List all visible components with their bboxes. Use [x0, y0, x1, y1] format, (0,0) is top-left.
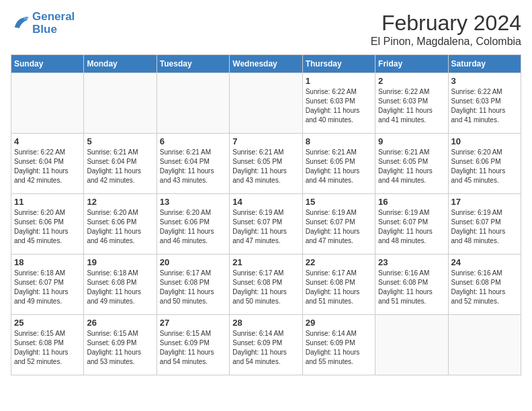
day-number: 17	[451, 197, 518, 207]
day-number: 28	[232, 318, 299, 328]
calendar-cell: 7Sunrise: 6:21 AM Sunset: 6:05 PM Daylig…	[230, 134, 302, 194]
day-detail: Sunrise: 6:18 AM Sunset: 6:08 PM Dayligh…	[87, 269, 153, 306]
day-number: 9	[378, 136, 445, 146]
day-detail: Sunrise: 6:22 AM Sunset: 6:04 PM Dayligh…	[14, 148, 81, 185]
day-number: 16	[378, 197, 445, 207]
calendar-cell: 8Sunrise: 6:21 AM Sunset: 6:05 PM Daylig…	[302, 134, 375, 194]
calendar-cell: 15Sunrise: 6:19 AM Sunset: 6:07 PM Dayli…	[302, 194, 375, 255]
day-detail: Sunrise: 6:21 AM Sunset: 6:05 PM Dayligh…	[232, 148, 299, 185]
day-detail: Sunrise: 6:21 AM Sunset: 6:04 PM Dayligh…	[160, 148, 226, 185]
day-detail: Sunrise: 6:19 AM Sunset: 6:07 PM Dayligh…	[378, 208, 445, 246]
calendar-cell	[11, 73, 84, 134]
calendar-cell: 17Sunrise: 6:19 AM Sunset: 6:07 PM Dayli…	[448, 194, 521, 255]
day-detail: Sunrise: 6:17 AM Sunset: 6:08 PM Dayligh…	[232, 269, 299, 306]
calendar-cell: 3Sunrise: 6:22 AM Sunset: 6:03 PM Daylig…	[448, 73, 521, 134]
calendar-cell: 21Sunrise: 6:17 AM Sunset: 6:08 PM Dayli…	[230, 255, 302, 315]
week-row-3: 11Sunrise: 6:20 AM Sunset: 6:06 PM Dayli…	[11, 194, 521, 255]
col-header-monday: Monday	[84, 55, 157, 73]
week-row-1: 1Sunrise: 6:22 AM Sunset: 6:03 PM Daylig…	[11, 73, 521, 134]
calendar-cell: 28Sunrise: 6:14 AM Sunset: 6:09 PM Dayli…	[230, 315, 302, 375]
calendar-cell: 29Sunrise: 6:14 AM Sunset: 6:09 PM Dayli…	[302, 315, 375, 375]
calendar-cell: 11Sunrise: 6:20 AM Sunset: 6:06 PM Dayli…	[11, 194, 84, 255]
day-detail: Sunrise: 6:14 AM Sunset: 6:09 PM Dayligh…	[306, 329, 372, 367]
calendar-cell	[375, 315, 448, 375]
calendar-subtitle: El Pinon, Magdalena, Colombia	[371, 36, 521, 48]
calendar-cell: 26Sunrise: 6:15 AM Sunset: 6:09 PM Dayli…	[84, 315, 157, 375]
day-detail: Sunrise: 6:15 AM Sunset: 6:09 PM Dayligh…	[160, 329, 226, 367]
calendar-cell: 14Sunrise: 6:19 AM Sunset: 6:07 PM Dayli…	[230, 194, 302, 255]
day-number: 29	[306, 318, 372, 328]
calendar-cell: 27Sunrise: 6:15 AM Sunset: 6:09 PM Dayli…	[157, 315, 229, 375]
day-detail: Sunrise: 6:20 AM Sunset: 6:06 PM Dayligh…	[14, 208, 81, 246]
day-number: 14	[232, 197, 299, 207]
calendar-cell: 22Sunrise: 6:17 AM Sunset: 6:08 PM Dayli…	[302, 255, 375, 315]
day-detail: Sunrise: 6:17 AM Sunset: 6:08 PM Dayligh…	[160, 269, 226, 306]
day-detail: Sunrise: 6:15 AM Sunset: 6:08 PM Dayligh…	[14, 329, 81, 367]
calendar-cell: 12Sunrise: 6:20 AM Sunset: 6:06 PM Dayli…	[84, 194, 157, 255]
day-number: 24	[451, 257, 518, 267]
calendar-cell	[448, 315, 521, 375]
calendar-cell: 19Sunrise: 6:18 AM Sunset: 6:08 PM Dayli…	[84, 255, 157, 315]
day-detail: Sunrise: 6:22 AM Sunset: 6:03 PM Dayligh…	[451, 87, 518, 125]
day-detail: Sunrise: 6:20 AM Sunset: 6:06 PM Dayligh…	[87, 208, 153, 246]
calendar-header-row: SundayMondayTuesdayWednesdayThursdayFrid…	[11, 55, 521, 73]
day-detail: Sunrise: 6:19 AM Sunset: 6:07 PM Dayligh…	[451, 208, 518, 246]
calendar-cell: 10Sunrise: 6:20 AM Sunset: 6:06 PM Dayli…	[448, 134, 521, 194]
calendar-cell: 24Sunrise: 6:16 AM Sunset: 6:08 PM Dayli…	[448, 255, 521, 315]
day-detail: Sunrise: 6:15 AM Sunset: 6:09 PM Dayligh…	[87, 329, 153, 367]
day-number: 22	[306, 257, 372, 267]
day-number: 7	[232, 136, 299, 146]
day-number: 18	[14, 257, 81, 267]
day-detail: Sunrise: 6:21 AM Sunset: 6:04 PM Dayligh…	[87, 148, 153, 185]
col-header-tuesday: Tuesday	[157, 55, 229, 73]
logo-bird-icon	[11, 14, 30, 33]
calendar-cell: 23Sunrise: 6:16 AM Sunset: 6:08 PM Dayli…	[375, 255, 448, 315]
title-area: February 2024 El Pinon, Magdalena, Colom…	[371, 11, 521, 48]
day-detail: Sunrise: 6:21 AM Sunset: 6:05 PM Dayligh…	[378, 148, 445, 185]
day-detail: Sunrise: 6:22 AM Sunset: 6:03 PM Dayligh…	[378, 87, 445, 125]
day-detail: Sunrise: 6:19 AM Sunset: 6:07 PM Dayligh…	[306, 208, 372, 246]
calendar-cell	[84, 73, 157, 134]
header: General Blue February 2024 El Pinon, Mag…	[11, 11, 521, 48]
day-number: 26	[87, 318, 153, 328]
calendar-table: SundayMondayTuesdayWednesdayThursdayFrid…	[11, 54, 521, 375]
col-header-friday: Friday	[375, 55, 448, 73]
calendar-cell	[230, 73, 302, 134]
calendar-cell: 2Sunrise: 6:22 AM Sunset: 6:03 PM Daylig…	[375, 73, 448, 134]
day-number: 13	[160, 197, 226, 207]
day-detail: Sunrise: 6:16 AM Sunset: 6:08 PM Dayligh…	[451, 269, 518, 306]
day-number: 11	[14, 197, 81, 207]
day-number: 19	[87, 257, 153, 267]
day-detail: Sunrise: 6:18 AM Sunset: 6:07 PM Dayligh…	[14, 269, 81, 306]
day-number: 20	[160, 257, 226, 267]
col-header-saturday: Saturday	[448, 55, 521, 73]
calendar-cell	[157, 73, 229, 134]
day-number: 21	[232, 257, 299, 267]
calendar-cell: 13Sunrise: 6:20 AM Sunset: 6:06 PM Dayli…	[157, 194, 229, 255]
day-number: 15	[306, 197, 372, 207]
calendar-cell: 5Sunrise: 6:21 AM Sunset: 6:04 PM Daylig…	[84, 134, 157, 194]
day-number: 6	[160, 136, 226, 146]
calendar-cell: 4Sunrise: 6:22 AM Sunset: 6:04 PM Daylig…	[11, 134, 84, 194]
day-detail: Sunrise: 6:20 AM Sunset: 6:06 PM Dayligh…	[451, 148, 518, 185]
calendar-title: February 2024	[371, 11, 521, 36]
day-number: 2	[378, 76, 445, 86]
day-detail: Sunrise: 6:20 AM Sunset: 6:06 PM Dayligh…	[160, 208, 226, 246]
col-header-sunday: Sunday	[11, 55, 84, 73]
col-header-wednesday: Wednesday	[230, 55, 302, 73]
calendar-cell: 18Sunrise: 6:18 AM Sunset: 6:07 PM Dayli…	[11, 255, 84, 315]
day-number: 27	[160, 318, 226, 328]
day-number: 23	[378, 257, 445, 267]
day-number: 1	[306, 76, 372, 86]
week-row-2: 4Sunrise: 6:22 AM Sunset: 6:04 PM Daylig…	[11, 134, 521, 194]
calendar-cell: 6Sunrise: 6:21 AM Sunset: 6:04 PM Daylig…	[157, 134, 229, 194]
calendar-cell: 9Sunrise: 6:21 AM Sunset: 6:05 PM Daylig…	[375, 134, 448, 194]
day-number: 10	[451, 136, 518, 146]
day-number: 5	[87, 136, 153, 146]
day-number: 3	[451, 76, 518, 86]
day-detail: Sunrise: 6:21 AM Sunset: 6:05 PM Dayligh…	[306, 148, 372, 185]
calendar-cell: 1Sunrise: 6:22 AM Sunset: 6:03 PM Daylig…	[302, 73, 375, 134]
day-number: 12	[87, 197, 153, 207]
day-detail: Sunrise: 6:19 AM Sunset: 6:07 PM Dayligh…	[232, 208, 299, 246]
calendar-cell: 25Sunrise: 6:15 AM Sunset: 6:08 PM Dayli…	[11, 315, 84, 375]
